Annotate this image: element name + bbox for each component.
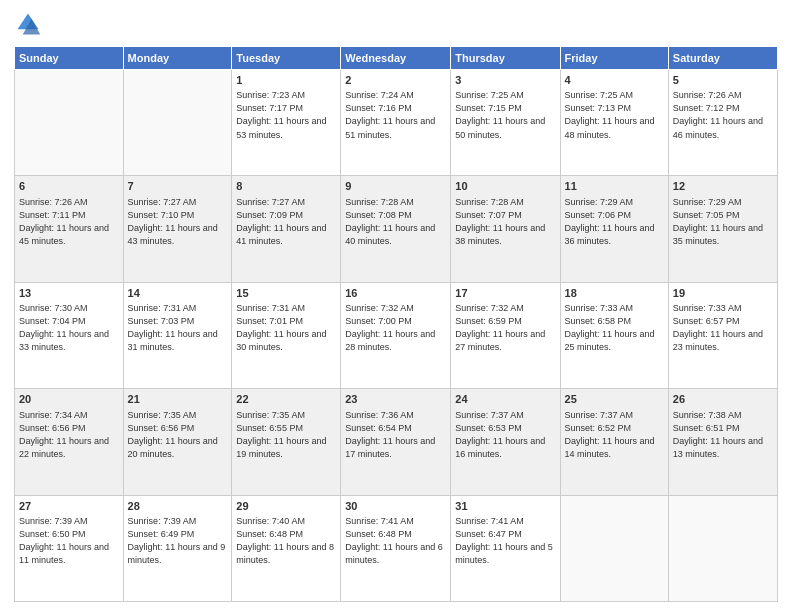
day-number: 13 <box>19 286 119 301</box>
calendar-header-saturday: Saturday <box>668 47 777 70</box>
day-info: Sunrise: 7:37 AM Sunset: 6:53 PM Dayligh… <box>455 409 555 461</box>
calendar-cell <box>15 70 124 176</box>
calendar-cell: 28Sunrise: 7:39 AM Sunset: 6:49 PM Dayli… <box>123 495 232 601</box>
calendar-cell: 24Sunrise: 7:37 AM Sunset: 6:53 PM Dayli… <box>451 389 560 495</box>
day-info: Sunrise: 7:23 AM Sunset: 7:17 PM Dayligh… <box>236 89 336 141</box>
day-number: 14 <box>128 286 228 301</box>
calendar-cell: 19Sunrise: 7:33 AM Sunset: 6:57 PM Dayli… <box>668 282 777 388</box>
calendar-header-monday: Monday <box>123 47 232 70</box>
calendar-cell: 22Sunrise: 7:35 AM Sunset: 6:55 PM Dayli… <box>232 389 341 495</box>
day-info: Sunrise: 7:30 AM Sunset: 7:04 PM Dayligh… <box>19 302 119 354</box>
day-number: 25 <box>565 392 664 407</box>
logo-icon <box>14 10 42 38</box>
day-info: Sunrise: 7:33 AM Sunset: 6:58 PM Dayligh… <box>565 302 664 354</box>
calendar-cell: 25Sunrise: 7:37 AM Sunset: 6:52 PM Dayli… <box>560 389 668 495</box>
calendar-cell: 27Sunrise: 7:39 AM Sunset: 6:50 PM Dayli… <box>15 495 124 601</box>
day-info: Sunrise: 7:26 AM Sunset: 7:11 PM Dayligh… <box>19 196 119 248</box>
calendar-cell: 6Sunrise: 7:26 AM Sunset: 7:11 PM Daylig… <box>15 176 124 282</box>
day-info: Sunrise: 7:33 AM Sunset: 6:57 PM Dayligh… <box>673 302 773 354</box>
calendar-cell: 16Sunrise: 7:32 AM Sunset: 7:00 PM Dayli… <box>341 282 451 388</box>
day-number: 7 <box>128 179 228 194</box>
calendar-week-row: 20Sunrise: 7:34 AM Sunset: 6:56 PM Dayli… <box>15 389 778 495</box>
calendar-cell <box>668 495 777 601</box>
calendar-cell: 17Sunrise: 7:32 AM Sunset: 6:59 PM Dayli… <box>451 282 560 388</box>
day-info: Sunrise: 7:31 AM Sunset: 7:03 PM Dayligh… <box>128 302 228 354</box>
day-number: 10 <box>455 179 555 194</box>
day-info: Sunrise: 7:25 AM Sunset: 7:13 PM Dayligh… <box>565 89 664 141</box>
calendar-week-row: 27Sunrise: 7:39 AM Sunset: 6:50 PM Dayli… <box>15 495 778 601</box>
day-info: Sunrise: 7:28 AM Sunset: 7:07 PM Dayligh… <box>455 196 555 248</box>
day-info: Sunrise: 7:26 AM Sunset: 7:12 PM Dayligh… <box>673 89 773 141</box>
day-info: Sunrise: 7:32 AM Sunset: 7:00 PM Dayligh… <box>345 302 446 354</box>
day-info: Sunrise: 7:27 AM Sunset: 7:09 PM Dayligh… <box>236 196 336 248</box>
page: SundayMondayTuesdayWednesdayThursdayFrid… <box>0 0 792 612</box>
calendar-cell: 20Sunrise: 7:34 AM Sunset: 6:56 PM Dayli… <box>15 389 124 495</box>
calendar-cell: 5Sunrise: 7:26 AM Sunset: 7:12 PM Daylig… <box>668 70 777 176</box>
day-number: 29 <box>236 499 336 514</box>
day-number: 5 <box>673 73 773 88</box>
day-number: 9 <box>345 179 446 194</box>
day-number: 31 <box>455 499 555 514</box>
calendar-cell: 10Sunrise: 7:28 AM Sunset: 7:07 PM Dayli… <box>451 176 560 282</box>
calendar-cell: 26Sunrise: 7:38 AM Sunset: 6:51 PM Dayli… <box>668 389 777 495</box>
day-number: 15 <box>236 286 336 301</box>
day-number: 20 <box>19 392 119 407</box>
day-number: 3 <box>455 73 555 88</box>
calendar-cell: 29Sunrise: 7:40 AM Sunset: 6:48 PM Dayli… <box>232 495 341 601</box>
day-number: 24 <box>455 392 555 407</box>
calendar-table: SundayMondayTuesdayWednesdayThursdayFrid… <box>14 46 778 602</box>
day-info: Sunrise: 7:28 AM Sunset: 7:08 PM Dayligh… <box>345 196 446 248</box>
day-info: Sunrise: 7:24 AM Sunset: 7:16 PM Dayligh… <box>345 89 446 141</box>
calendar-cell: 30Sunrise: 7:41 AM Sunset: 6:48 PM Dayli… <box>341 495 451 601</box>
calendar-cell: 4Sunrise: 7:25 AM Sunset: 7:13 PM Daylig… <box>560 70 668 176</box>
calendar-header-friday: Friday <box>560 47 668 70</box>
calendar-header-sunday: Sunday <box>15 47 124 70</box>
day-number: 18 <box>565 286 664 301</box>
calendar-cell <box>560 495 668 601</box>
day-number: 4 <box>565 73 664 88</box>
calendar-cell <box>123 70 232 176</box>
day-number: 12 <box>673 179 773 194</box>
calendar-header-thursday: Thursday <box>451 47 560 70</box>
day-number: 16 <box>345 286 446 301</box>
day-number: 11 <box>565 179 664 194</box>
logo <box>14 10 46 38</box>
calendar-cell: 21Sunrise: 7:35 AM Sunset: 6:56 PM Dayli… <box>123 389 232 495</box>
day-number: 26 <box>673 392 773 407</box>
calendar-cell: 11Sunrise: 7:29 AM Sunset: 7:06 PM Dayli… <box>560 176 668 282</box>
day-info: Sunrise: 7:40 AM Sunset: 6:48 PM Dayligh… <box>236 515 336 567</box>
day-info: Sunrise: 7:31 AM Sunset: 7:01 PM Dayligh… <box>236 302 336 354</box>
day-number: 2 <box>345 73 446 88</box>
calendar-cell: 13Sunrise: 7:30 AM Sunset: 7:04 PM Dayli… <box>15 282 124 388</box>
calendar-week-row: 6Sunrise: 7:26 AM Sunset: 7:11 PM Daylig… <box>15 176 778 282</box>
day-number: 6 <box>19 179 119 194</box>
day-info: Sunrise: 7:29 AM Sunset: 7:06 PM Dayligh… <box>565 196 664 248</box>
calendar-cell: 18Sunrise: 7:33 AM Sunset: 6:58 PM Dayli… <box>560 282 668 388</box>
calendar-cell: 7Sunrise: 7:27 AM Sunset: 7:10 PM Daylig… <box>123 176 232 282</box>
day-number: 8 <box>236 179 336 194</box>
day-info: Sunrise: 7:39 AM Sunset: 6:49 PM Dayligh… <box>128 515 228 567</box>
calendar-week-row: 13Sunrise: 7:30 AM Sunset: 7:04 PM Dayli… <box>15 282 778 388</box>
day-info: Sunrise: 7:35 AM Sunset: 6:55 PM Dayligh… <box>236 409 336 461</box>
day-info: Sunrise: 7:27 AM Sunset: 7:10 PM Dayligh… <box>128 196 228 248</box>
calendar-cell: 12Sunrise: 7:29 AM Sunset: 7:05 PM Dayli… <box>668 176 777 282</box>
day-info: Sunrise: 7:41 AM Sunset: 6:48 PM Dayligh… <box>345 515 446 567</box>
day-number: 30 <box>345 499 446 514</box>
day-number: 28 <box>128 499 228 514</box>
calendar-cell: 1Sunrise: 7:23 AM Sunset: 7:17 PM Daylig… <box>232 70 341 176</box>
day-number: 21 <box>128 392 228 407</box>
day-info: Sunrise: 7:29 AM Sunset: 7:05 PM Dayligh… <box>673 196 773 248</box>
day-number: 17 <box>455 286 555 301</box>
calendar-cell: 23Sunrise: 7:36 AM Sunset: 6:54 PM Dayli… <box>341 389 451 495</box>
day-info: Sunrise: 7:35 AM Sunset: 6:56 PM Dayligh… <box>128 409 228 461</box>
day-number: 27 <box>19 499 119 514</box>
day-number: 1 <box>236 73 336 88</box>
calendar-cell: 9Sunrise: 7:28 AM Sunset: 7:08 PM Daylig… <box>341 176 451 282</box>
day-info: Sunrise: 7:25 AM Sunset: 7:15 PM Dayligh… <box>455 89 555 141</box>
day-info: Sunrise: 7:34 AM Sunset: 6:56 PM Dayligh… <box>19 409 119 461</box>
day-info: Sunrise: 7:32 AM Sunset: 6:59 PM Dayligh… <box>455 302 555 354</box>
day-number: 19 <box>673 286 773 301</box>
day-info: Sunrise: 7:38 AM Sunset: 6:51 PM Dayligh… <box>673 409 773 461</box>
calendar-cell: 2Sunrise: 7:24 AM Sunset: 7:16 PM Daylig… <box>341 70 451 176</box>
day-number: 22 <box>236 392 336 407</box>
